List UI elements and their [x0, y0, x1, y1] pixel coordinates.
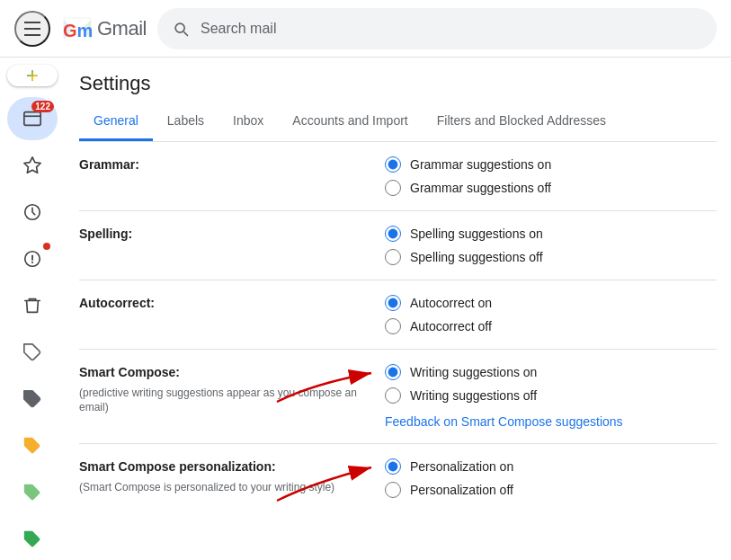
search-bar[interactable]	[157, 8, 717, 49]
grammar-on-label: Grammar suggestions on	[410, 157, 551, 172]
grammar-off-option[interactable]: Grammar suggestions off	[385, 180, 717, 196]
sidebar: + 122	[0, 58, 65, 560]
gmail-logo-icon: Gmail	[61, 13, 94, 45]
sidebar-item-tag1[interactable]	[7, 331, 58, 374]
spelling-options: Spelling suggestions on Spelling suggest…	[385, 226, 717, 265]
tab-general[interactable]: General	[79, 102, 153, 141]
main-layout: + 122	[0, 58, 731, 560]
clock-icon	[22, 202, 42, 222]
tab-accounts[interactable]: Accounts and Import	[278, 102, 422, 141]
compose-plus-icon: +	[26, 65, 39, 86]
autocorrect-on-label: Autocorrect on	[410, 296, 492, 310]
autocorrect-label-col: Autocorrect:	[79, 295, 385, 313]
personalization-off-label: Personalization off	[410, 483, 513, 497]
tab-labels[interactable]: Labels	[153, 102, 218, 141]
star-icon	[22, 156, 42, 175]
sidebar-item-inbox[interactable]: 122	[7, 97, 58, 140]
writing-off-label: Writing suggestions off	[410, 388, 537, 403]
grammar-on-option[interactable]: Grammar suggestions on	[385, 156, 717, 173]
sidebar-item-label-darkgreen[interactable]	[7, 518, 58, 560]
spelling-on-label: Spelling suggestions on	[410, 227, 543, 241]
sidebar-item-trash[interactable]	[7, 284, 58, 327]
personalization-label-col: Smart Compose personalization: (Smart Co…	[79, 458, 385, 494]
search-input[interactable]	[201, 21, 702, 37]
smart-compose-label-col: Smart Compose: (predictive writing sugge…	[79, 364, 385, 415]
grammar-on-radio[interactable]	[385, 156, 401, 173]
autocorrect-off-option[interactable]: Autocorrect off	[385, 318, 717, 334]
settings-rows: Grammar: Grammar suggestions on Grammar …	[79, 142, 717, 512]
spelling-off-radio[interactable]	[385, 249, 401, 265]
spelling-on-radio[interactable]	[385, 226, 401, 242]
writing-on-label: Writing suggestions on	[410, 365, 537, 379]
sidebar-item-snoozed[interactable]	[7, 191, 58, 234]
autocorrect-off-label: Autocorrect off	[410, 319, 492, 333]
autocorrect-off-radio[interactable]	[385, 318, 401, 334]
autocorrect-label: Autocorrect:	[79, 295, 363, 313]
autocorrect-options: Autocorrect on Autocorrect off	[385, 295, 717, 334]
important-badge-dot	[43, 243, 50, 250]
label-green-icon	[22, 483, 42, 502]
svg-text:Gmail: Gmail	[63, 21, 94, 40]
personalization-label: Smart Compose personalization:	[79, 458, 363, 476]
writing-off-radio[interactable]	[385, 387, 401, 404]
search-icon	[172, 20, 190, 38]
personalization-sublabel: (Smart Compose is personalized to your w…	[79, 480, 363, 495]
tag2-icon	[22, 389, 42, 409]
personalization-options: Personalization on Personalization off	[385, 458, 717, 498]
compose-button[interactable]: +	[7, 65, 58, 86]
settings-row-grammar: Grammar: Grammar suggestions on Grammar …	[79, 142, 717, 210]
personalization-on-label: Personalization on	[410, 459, 513, 474]
smart-compose-label: Smart Compose:	[79, 364, 363, 382]
page-title: Settings	[79, 58, 717, 102]
writing-on-radio[interactable]	[385, 364, 401, 380]
trash-icon	[22, 296, 42, 316]
sidebar-item-label-green[interactable]	[7, 471, 58, 514]
spelling-off-label: Spelling suggestions off	[410, 250, 543, 264]
settings-row-smart-compose-personalization: Smart Compose personalization: (Smart Co…	[79, 443, 717, 512]
sidebar-item-important[interactable]	[7, 237, 58, 280]
sidebar-item-starred[interactable]	[7, 144, 58, 187]
label-darkgreen-icon	[22, 529, 42, 549]
feedback-link[interactable]: Feedback on Smart Compose suggestions	[385, 414, 717, 429]
header: Gmail Gmail	[0, 0, 731, 58]
settings-tabs: General Labels Inbox Accounts and Import…	[79, 102, 717, 142]
personalization-on-radio[interactable]	[385, 458, 401, 475]
hamburger-icon	[24, 22, 40, 36]
spelling-on-option[interactable]: Spelling suggestions on	[385, 226, 717, 242]
tab-inbox[interactable]: Inbox	[218, 102, 278, 141]
grammar-label: Grammar:	[79, 156, 363, 174]
menu-button[interactable]	[14, 11, 50, 47]
settings-row-smart-compose: Smart Compose: (predictive writing sugge…	[79, 349, 717, 443]
sidebar-item-label-yellow[interactable]	[7, 424, 58, 467]
label-yellow-icon	[22, 436, 42, 456]
writing-on-option[interactable]: Writing suggestions on	[385, 364, 717, 380]
autocorrect-on-radio[interactable]	[385, 295, 401, 311]
settings-row-spelling: Spelling: Spelling suggestions on Spelli…	[79, 210, 717, 280]
important-icon	[22, 249, 42, 269]
logo-area: Gmail Gmail	[61, 13, 147, 45]
gmail-text-label: Gmail	[97, 17, 147, 40]
spelling-off-option[interactable]: Spelling suggestions off	[385, 249, 717, 265]
spelling-label-col: Spelling:	[79, 226, 385, 244]
sidebar-item-tag2[interactable]	[7, 378, 58, 421]
writing-off-option[interactable]: Writing suggestions off	[385, 387, 717, 404]
grammar-off-label: Grammar suggestions off	[410, 181, 551, 195]
tag1-icon	[22, 342, 42, 362]
settings-row-autocorrect: Autocorrect: Autocorrect on Autocorrect …	[79, 280, 717, 349]
smart-compose-options: Writing suggestions on Writing suggestio…	[385, 364, 717, 429]
tab-filters[interactable]: Filters and Blocked Addresses	[423, 102, 620, 141]
inbox-badge: 122	[31, 101, 54, 112]
spelling-label: Spelling:	[79, 226, 363, 244]
settings-content: Settings General Labels Inbox Accounts a…	[65, 58, 731, 560]
personalization-on-option[interactable]: Personalization on	[385, 458, 717, 475]
autocorrect-on-option[interactable]: Autocorrect on	[385, 295, 717, 311]
grammar-label-col: Grammar:	[79, 156, 385, 174]
grammar-options: Grammar suggestions on Grammar suggestio…	[385, 156, 717, 196]
personalization-off-radio[interactable]	[385, 482, 401, 498]
grammar-off-radio[interactable]	[385, 180, 401, 196]
smart-compose-sublabel: (predictive writing suggestions appear a…	[79, 386, 363, 416]
personalization-off-option[interactable]: Personalization off	[385, 482, 717, 498]
